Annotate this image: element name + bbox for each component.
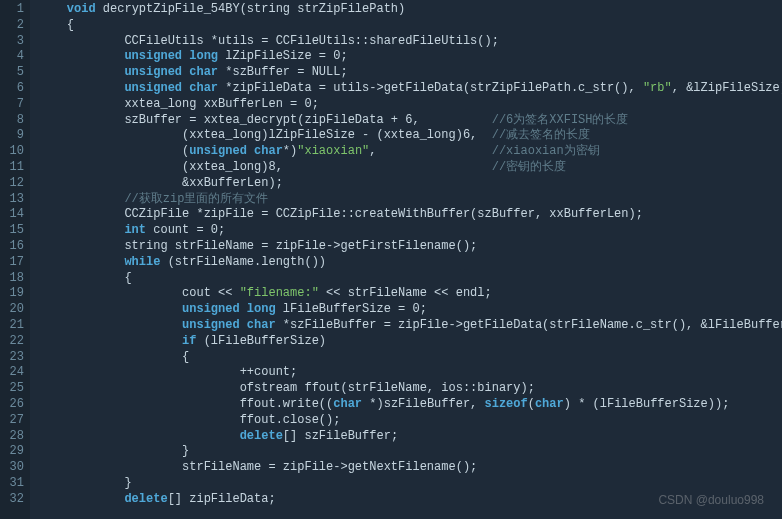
token-kw: char bbox=[189, 81, 218, 95]
token-cmt: //减去签名的长度 bbox=[492, 128, 590, 142]
code-editor: 1234567891011121314151617181920212223242… bbox=[0, 0, 782, 519]
code-line[interactable]: ofstream ffout(strFileName, ios::binary)… bbox=[38, 381, 782, 397]
token-text: } bbox=[124, 476, 131, 490]
code-line[interactable]: string strFileName = zipFile->getFirstFi… bbox=[38, 239, 782, 255]
token-text: [] zipFileData; bbox=[168, 492, 276, 506]
watermark-text: CSDN @douluo998 bbox=[658, 493, 764, 509]
token-text: { bbox=[67, 18, 74, 32]
code-line[interactable]: CCFileUtils *utils = CCFileUtils::shared… bbox=[38, 34, 782, 50]
token-text: ( bbox=[528, 397, 535, 411]
code-line[interactable]: (xxtea_long)8, //密钥的长度 bbox=[38, 160, 782, 176]
code-line[interactable]: unsigned long lZipFileSize = 0; bbox=[38, 49, 782, 65]
token-str: "filename:" bbox=[240, 286, 319, 300]
line-number: 11 bbox=[0, 160, 24, 176]
token-text: xxtea_long xxBufferLen = 0; bbox=[124, 97, 318, 111]
line-number: 23 bbox=[0, 350, 24, 366]
token-text: { bbox=[124, 271, 131, 285]
line-number: 14 bbox=[0, 207, 24, 223]
line-number: 4 bbox=[0, 49, 24, 65]
token-text: *szFileBuffer = zipFile->getFileData(str… bbox=[276, 318, 782, 332]
token-text bbox=[240, 318, 247, 332]
line-number: 20 bbox=[0, 302, 24, 318]
line-number: 30 bbox=[0, 460, 24, 476]
token-kw: unsigned bbox=[182, 318, 240, 332]
token-text: *)szFileBuffer, bbox=[362, 397, 484, 411]
line-number: 21 bbox=[0, 318, 24, 334]
token-kw: unsigned bbox=[189, 144, 247, 158]
code-line[interactable]: (xxtea_long)lZipFileSize - (xxtea_long)6… bbox=[38, 128, 782, 144]
code-area[interactable]: void decryptZipFile_54BY(string strZipFi… bbox=[30, 0, 782, 519]
line-number: 13 bbox=[0, 192, 24, 208]
token-text: (lFileBufferSize) bbox=[196, 334, 326, 348]
token-text: cout << bbox=[182, 286, 240, 300]
code-line[interactable]: delete[] szFileBuffer; bbox=[38, 429, 782, 445]
code-line[interactable]: &xxBufferLen); bbox=[38, 176, 782, 192]
code-line[interactable]: { bbox=[38, 350, 782, 366]
code-line[interactable]: xxtea_long xxBufferLen = 0; bbox=[38, 97, 782, 113]
token-text: (xxtea_long)8, bbox=[182, 160, 492, 174]
token-text: ) * (lFileBufferSize)); bbox=[564, 397, 730, 411]
code-line[interactable]: unsigned char *zipFileData = utils->getF… bbox=[38, 81, 782, 97]
token-text: ffout.write(( bbox=[240, 397, 334, 411]
token-kw: unsigned bbox=[124, 49, 182, 63]
token-kw: long bbox=[247, 302, 276, 316]
token-kw: void bbox=[67, 2, 96, 16]
line-number: 1 bbox=[0, 2, 24, 18]
token-cmt: //密钥的长度 bbox=[492, 160, 566, 174]
token-kw: long bbox=[189, 49, 218, 63]
line-number: 18 bbox=[0, 271, 24, 287]
token-kw: char bbox=[247, 318, 276, 332]
token-str: "rb" bbox=[643, 81, 672, 95]
token-text: lZipFileSize = 0; bbox=[218, 49, 348, 63]
line-number: 5 bbox=[0, 65, 24, 81]
code-line[interactable]: { bbox=[38, 18, 782, 34]
code-line[interactable]: int count = 0; bbox=[38, 223, 782, 239]
line-number: 9 bbox=[0, 128, 24, 144]
token-text: , &lZipFileSize); bbox=[672, 81, 782, 95]
code-line[interactable]: szBuffer = xxtea_decrypt(zipFileData + 6… bbox=[38, 113, 782, 129]
token-text: strFileName = zipFile->getNextFilename()… bbox=[182, 460, 477, 474]
token-text: { bbox=[182, 350, 189, 364]
code-line[interactable]: ffout.close(); bbox=[38, 413, 782, 429]
line-number: 24 bbox=[0, 365, 24, 381]
line-number: 17 bbox=[0, 255, 24, 271]
token-kw: int bbox=[124, 223, 146, 237]
code-line[interactable]: unsigned char *szFileBuffer = zipFile->g… bbox=[38, 318, 782, 334]
token-kw: unsigned bbox=[124, 65, 182, 79]
token-text: (strFileName.length()) bbox=[160, 255, 326, 269]
code-line[interactable]: CCZipFile *zipFile = CCZipFile::createWi… bbox=[38, 207, 782, 223]
code-line[interactable]: unsigned char *szBuffer = NULL; bbox=[38, 65, 782, 81]
code-line[interactable]: { bbox=[38, 271, 782, 287]
code-line[interactable]: if (lFileBufferSize) bbox=[38, 334, 782, 350]
code-line[interactable]: ++count; bbox=[38, 365, 782, 381]
code-line[interactable]: ffout.write((char *)szFileBuffer, sizeof… bbox=[38, 397, 782, 413]
token-kw: unsigned bbox=[124, 81, 182, 95]
token-kw: char bbox=[333, 397, 362, 411]
code-line[interactable]: strFileName = zipFile->getNextFilename()… bbox=[38, 460, 782, 476]
code-line[interactable]: unsigned long lFileBufferSize = 0; bbox=[38, 302, 782, 318]
token-kw: while bbox=[124, 255, 160, 269]
code-line[interactable]: cout << "filename:" << strFileName << en… bbox=[38, 286, 782, 302]
code-line[interactable]: void decryptZipFile_54BY(string strZipFi… bbox=[38, 2, 782, 18]
token-cmt: //xiaoxian为密钥 bbox=[492, 144, 600, 158]
token-text: (xxtea_long)lZipFileSize - (xxtea_long)6… bbox=[182, 128, 492, 142]
code-line[interactable]: } bbox=[38, 476, 782, 492]
token-text: *zipFileData = utils->getFileData(strZip… bbox=[218, 81, 643, 95]
code-line[interactable]: (unsigned char*)"xiaoxian", //xiaoxian为密… bbox=[38, 144, 782, 160]
line-number: 32 bbox=[0, 492, 24, 508]
token-kw: if bbox=[182, 334, 196, 348]
line-number: 28 bbox=[0, 429, 24, 445]
code-line[interactable]: while (strFileName.length()) bbox=[38, 255, 782, 271]
code-line[interactable]: //获取zip里面的所有文件 bbox=[38, 192, 782, 208]
token-cmt: //获取zip里面的所有文件 bbox=[124, 192, 268, 206]
token-text: *) bbox=[283, 144, 297, 158]
token-cmt: //6为签名XXFISH的长度 bbox=[492, 113, 629, 127]
token-text: , bbox=[369, 144, 491, 158]
line-number: 16 bbox=[0, 239, 24, 255]
line-number-gutter: 1234567891011121314151617181920212223242… bbox=[0, 0, 30, 519]
line-number: 22 bbox=[0, 334, 24, 350]
token-text: szBuffer = xxtea_decrypt(zipFileData + 6… bbox=[124, 113, 491, 127]
token-text: count = 0; bbox=[146, 223, 225, 237]
line-number: 7 bbox=[0, 97, 24, 113]
code-line[interactable]: } bbox=[38, 444, 782, 460]
